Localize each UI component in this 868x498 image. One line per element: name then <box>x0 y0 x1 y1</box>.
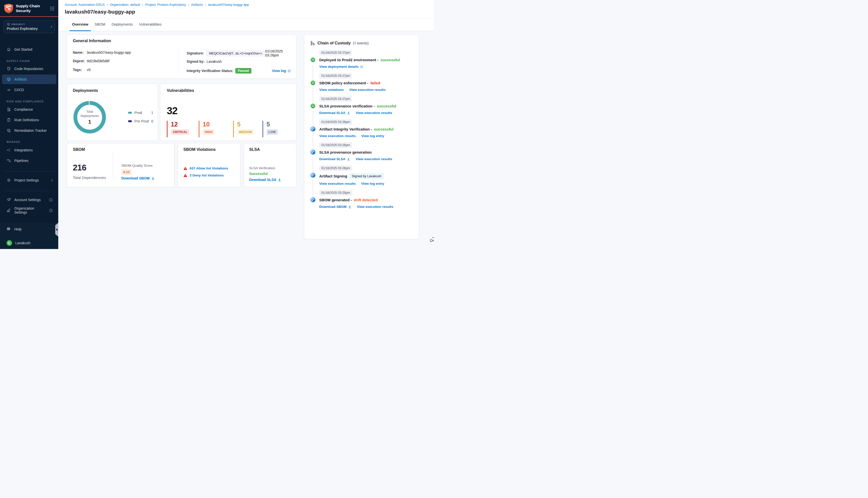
sidebar-item-user[interactable]: L Lavakush <box>2 238 56 248</box>
view-log-link[interactable]: View log <box>272 69 291 73</box>
event-status: successful <box>374 127 393 131</box>
deny-list-violations-link[interactable]: 2 Deny list Violations <box>190 173 224 177</box>
tags-label: Tags: <box>73 68 87 72</box>
custody-event-artifact-signing: 01/16/2025 03:26pm Artifact Signing Sign… <box>310 166 413 185</box>
download-icon <box>347 111 350 115</box>
main-content: General Information Name: lavakush07/eas… <box>58 31 434 249</box>
breadcrumb-separator: › <box>205 2 206 6</box>
section-supply-chain: SUPPLY CHAIN <box>0 60 58 63</box>
event-status: successful <box>380 58 400 62</box>
deployments-card: Deployments Total Deployments 1 Prod 1 P <box>67 83 158 141</box>
artifacts-cube-icon <box>7 77 11 82</box>
sidebar-item-remediation-tracker[interactable]: Remediation Tracker <box>2 126 56 135</box>
sbom-quality-score-label: SBOM Quality Score <box>121 163 153 167</box>
organization-settings-icon <box>7 208 11 213</box>
breadcrumb-separator: › <box>188 2 189 6</box>
sidebar-footer: ? Help L Lavakush <box>0 222 58 249</box>
svg-text:∞: ∞ <box>312 81 314 84</box>
download-icon <box>278 178 281 182</box>
sidebar-item-help[interactable]: ? Help <box>2 224 56 234</box>
pre-prod-color-swatch <box>128 120 132 122</box>
section-risk-and-compliance: RISK AND COMPLIANCE <box>0 100 58 103</box>
project-selector[interactable]: PROJECT Product Exploratory › <box>3 20 55 33</box>
external-link-icon <box>360 65 363 68</box>
tab-deployments[interactable]: Deployments <box>109 18 135 31</box>
divider <box>179 48 179 74</box>
view-execution-results-link[interactable]: View execution results <box>319 134 355 138</box>
scs-event-icon <box>310 197 316 202</box>
integrity-status-label: Integrity Verification Status: <box>186 69 233 73</box>
event-status: successful <box>377 104 396 108</box>
event-timestamp: 01/16/2025 03:26pm <box>319 166 352 171</box>
scs-event-icon <box>310 126 316 132</box>
breadcrumb-current[interactable]: lavakush07/easy-buggy-app <box>208 3 249 6</box>
sidebar-item-compliance[interactable]: Compliance <box>2 105 56 114</box>
tab-vulnerabilities[interactable]: Vulnerabilities <box>137 18 164 31</box>
download-sbom-link[interactable]: Download SBOM <box>319 205 351 209</box>
event-title: SBOM policy enforcement - <box>319 81 368 85</box>
digest-label: Digest: <box>73 59 87 63</box>
scs-event-icon <box>310 172 316 178</box>
help-chat-icon: ? <box>7 227 11 232</box>
slsa-verification-status: Successful <box>249 171 281 176</box>
view-execution-results-link[interactable]: View execution results <box>357 205 393 209</box>
sidebar-item-get-started[interactable]: Get Started <box>2 45 56 54</box>
general-information-card: General Information Name: lavakush07/eas… <box>67 35 296 79</box>
view-log-entry-link[interactable]: View log entry <box>361 134 384 138</box>
artifact-name-value: lavakush07/easy-buggy-app <box>87 51 131 54</box>
breadcrumb-project[interactable]: Project: Product Exploratory <box>145 3 186 6</box>
sidebar-item-organization-settings[interactable]: Organization Settings <box>2 206 56 215</box>
view-execution-results-link[interactable]: View execution results <box>355 111 392 115</box>
view-execution-results-link[interactable]: View execution results <box>355 157 392 161</box>
user-avatar: L <box>7 240 12 246</box>
chevron-right-icon: › <box>51 178 53 182</box>
app-switcher-grid-icon[interactable] <box>50 6 55 11</box>
sidebar-item-code-repositories[interactable]: Code Repositories <box>2 64 56 74</box>
svg-text:∞: ∞ <box>312 104 314 107</box>
breadcrumb-account[interactable]: Account: Automation-SSCA <box>65 3 105 6</box>
signed-by-label: Signed by: <box>186 60 205 64</box>
download-slsa-link[interactable]: Download SLSA <box>319 157 350 161</box>
donut-total-value: 1 <box>88 119 91 125</box>
project-name: Product Exploratory <box>7 27 51 31</box>
view-deployment-details-link[interactable]: View deployment details <box>319 65 363 68</box>
allow-list-violations-link[interactable]: 637 Allow list Violations <box>190 167 228 170</box>
prod-count: 1 <box>151 111 153 115</box>
sidebar-item-account-settings[interactable]: Account Settings <box>2 195 56 205</box>
event-timestamp: 01/16/2025 03:26pm <box>319 119 352 125</box>
cicd-infinity-icon: ∞ <box>7 88 11 92</box>
event-status: failed <box>371 81 380 85</box>
chat-support-icon[interactable] <box>429 236 434 243</box>
view-execution-results-link[interactable]: View execution results <box>319 182 355 185</box>
tags-value: v5 <box>87 68 91 72</box>
signature-timestamp: 01/16/2025 03:26pm <box>265 49 291 57</box>
sidebar-item-project-settings[interactable]: Project Settings › <box>2 175 56 185</box>
sidebar-item-artifacts[interactable]: Artifacts <box>2 75 56 84</box>
breadcrumb-separator: › <box>107 2 108 6</box>
sidebar-item-integrations[interactable]: Integrations <box>2 145 56 155</box>
download-sbom-link[interactable]: Download SBOM <box>121 176 155 180</box>
info-icon[interactable] <box>49 198 53 202</box>
custody-event-sbom-generated: 01/16/2025 03:25pm SBOM generated - drif… <box>310 190 413 209</box>
project-cube-icon <box>7 23 10 26</box>
custody-event-sbom-policy: ∞ 01/16/2025 03:27pm SBOM policy enforce… <box>310 73 413 92</box>
scs-event-icon <box>310 149 316 155</box>
sidebar-item-cicd[interactable]: ∞ CI/CD <box>2 85 56 95</box>
breadcrumb-organization[interactable]: Organization: default <box>110 3 140 6</box>
tab-sbom[interactable]: SBOM <box>92 18 108 31</box>
sidebar-item-pipelines[interactable]: Pipelines <box>2 156 56 166</box>
breadcrumb-artifacts[interactable]: Artifacts <box>191 3 203 6</box>
pipeline-event-icon: ∞ <box>310 57 316 63</box>
tab-overview[interactable]: Overview <box>69 18 91 31</box>
event-status: drift detected <box>354 198 378 202</box>
view-execution-results-link[interactable]: View execution results <box>349 88 386 92</box>
event-title: Deployed to Prod2 environment - <box>319 58 378 62</box>
view-violations-link[interactable]: View violations <box>319 88 344 92</box>
download-slsa-link[interactable]: Download SLSA <box>249 178 281 182</box>
sidebar-item-rule-definitions[interactable]: Rule Definitions <box>2 115 56 125</box>
section-manage: MANAGE <box>0 140 58 143</box>
view-log-entry-link[interactable]: View log entry <box>361 182 384 185</box>
info-icon[interactable] <box>49 209 53 212</box>
account-settings-icon <box>7 198 11 202</box>
download-slsa-link[interactable]: Download SLSA <box>319 111 350 115</box>
